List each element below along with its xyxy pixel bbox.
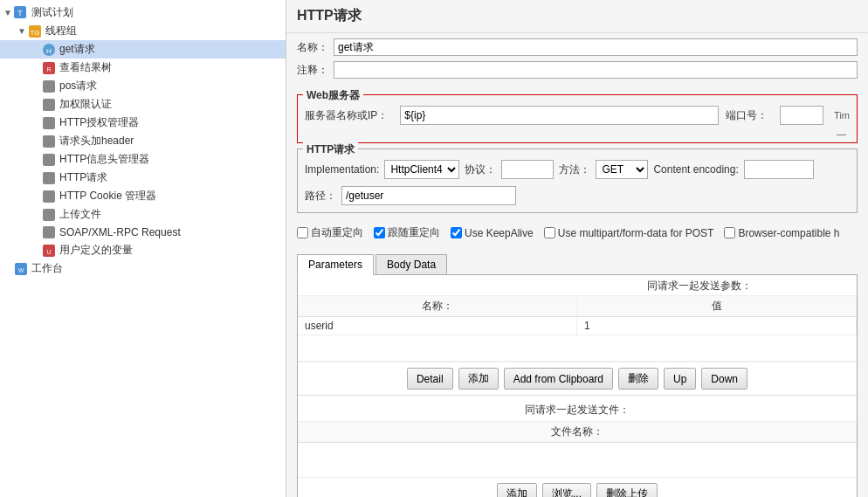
path-label: 路径： <box>305 189 336 204</box>
add-button[interactable]: 添加 <box>458 368 499 390</box>
generic-icon <box>42 135 56 148</box>
tree-item-get-request[interactable]: Hget请求 <box>0 40 286 59</box>
method-label: 方法： <box>559 162 590 177</box>
tree-item-http-info[interactable]: HTTP信息头管理器 <box>0 150 286 169</box>
generic-icon <box>42 208 56 222</box>
svg-text:W: W <box>18 267 24 273</box>
port-input[interactable] <box>780 106 823 125</box>
tree-item-label: 用户定义的变量 <box>59 243 133 258</box>
add-clipboard-button[interactable]: Add from Clipboard <box>504 368 613 390</box>
expand-arrow: ▼ <box>3 8 12 17</box>
up-button[interactable]: Up <box>664 368 696 390</box>
tab-parameters[interactable]: Parameters <box>297 254 374 275</box>
svg-text:U: U <box>46 249 51 255</box>
generic-icon <box>42 153 56 167</box>
files-add-button[interactable]: 添加 <box>497 483 537 497</box>
svg-text:T: T <box>17 9 23 17</box>
tree-item-label: SOAP/XML-RPC Request <box>59 226 181 238</box>
keepalive-checkbox[interactable]: Use KeepAlive <box>451 227 534 239</box>
tree-item-auth-manager[interactable]: 加权限认证 <box>0 95 286 114</box>
comment-input[interactable] <box>334 61 858 79</box>
generic-icon <box>42 225 56 239</box>
down-button[interactable]: Down <box>701 368 747 390</box>
tree-item-label: 测试计划 <box>31 5 73 20</box>
method-select[interactable]: GET POST PUT DELETE <box>596 160 648 179</box>
svg-rect-16 <box>43 226 55 238</box>
tree-item-label: HTTP请求 <box>59 170 107 185</box>
encoding-label: Content encoding: <box>653 163 738 176</box>
param-value-cell: 1 <box>577 317 857 335</box>
protocol-label: 协议： <box>465 162 496 177</box>
svg-rect-12 <box>43 154 55 166</box>
path-input[interactable] <box>341 186 516 205</box>
follow-redirect-checkbox[interactable]: 跟随重定向 <box>374 225 440 240</box>
tree-item-http-auth[interactable]: HTTP授权管理器 <box>0 114 286 132</box>
generic-icon <box>42 116 56 130</box>
tree-item-pos-request[interactable]: pos请求 <box>0 77 286 95</box>
files-empty-row <box>298 443 857 478</box>
results-icon: R <box>42 61 56 75</box>
dash-line: — <box>305 128 850 139</box>
col-name-header: 名称： <box>298 296 578 316</box>
tree-item-cookie-mgr[interactable]: HTTP Cookie 管理器 <box>0 187 286 205</box>
right-panel: HTTP请求 名称： 注释： Web服务器 服务器名称或IP： 端口号： Tim <box>286 0 868 497</box>
detail-button[interactable]: Detail <box>407 368 453 390</box>
files-col-name: 文件名称： <box>298 422 857 442</box>
http-request-legend: HTTP请求 <box>303 142 358 157</box>
auto-redirect-checkbox[interactable]: 自动重定向 <box>297 225 363 240</box>
tab-body-data[interactable]: Body Data <box>375 254 447 274</box>
browser-compat-checkbox[interactable]: Browser-compatible h <box>724 227 839 239</box>
name-input[interactable] <box>334 38 858 56</box>
generic-icon <box>42 171 56 185</box>
delete-button[interactable]: 删除 <box>618 368 658 390</box>
col-value-header: 值 <box>578 296 858 316</box>
generic-icon <box>42 98 56 112</box>
tree-item-test-plan[interactable]: ▼T测试计划 <box>0 3 286 22</box>
tree-item-workbench[interactable]: W工作台 <box>0 259 286 278</box>
svg-rect-15 <box>43 209 55 221</box>
table-row: userid1 <box>298 317 857 335</box>
svg-rect-10 <box>43 117 55 129</box>
files-delete-button[interactable]: 删除上传 <box>596 483 658 497</box>
files-browse-button[interactable]: 浏览... <box>542 483 591 497</box>
workbench-icon: W <box>14 262 28 276</box>
tree-item-label: 查看结果树 <box>59 60 112 75</box>
tree-item-results-tree[interactable]: R查看结果树 <box>0 59 286 77</box>
tree-item-label: HTTP Cookie 管理器 <box>59 189 156 204</box>
tree-item-user-vars[interactable]: U用户定义的变量 <box>0 241 286 259</box>
tree-panel: ▼T测试计划▼TG线程组Hget请求R查看结果树pos请求加权限认证HTTP授权… <box>0 0 286 497</box>
expand-arrow: ▼ <box>17 26 26 36</box>
name-label: 名称： <box>297 40 328 55</box>
svg-text:R: R <box>46 66 51 72</box>
encoding-input[interactable] <box>744 160 814 179</box>
web-server-legend: Web服务器 <box>303 88 363 103</box>
tree-item-http-req[interactable]: HTTP请求 <box>0 169 286 187</box>
tabs-header: Parameters Body Data <box>297 254 858 275</box>
generic-icon <box>42 79 56 93</box>
svg-rect-14 <box>43 190 55 203</box>
tabs-container: Parameters Body Data 同请求一起发送参数： 名称： 值 us… <box>297 254 858 497</box>
plan-icon: T <box>14 6 28 20</box>
files-buttons: 添加 浏览... 删除上传 <box>298 478 857 497</box>
tree-item-label: pos请求 <box>59 79 97 93</box>
multipart-checkbox[interactable]: Use multipart/form-data for POST <box>544 227 714 239</box>
port-label: 端口号： <box>726 108 768 123</box>
params-col-headers: 名称： 值 <box>298 296 857 317</box>
impl-select[interactable]: HttpClient4 Java <box>384 160 459 179</box>
tree-item-req-header[interactable]: 请求头加header <box>0 132 286 150</box>
http-request-section: HTTP请求 Implementation: HttpClient4 Java … <box>297 148 858 213</box>
empty-row-1 <box>298 335 857 362</box>
tree-item-label: 线程组 <box>45 24 77 38</box>
tree-item-upload-file[interactable]: 上传文件 <box>0 205 286 224</box>
checkbox-row: 自动重定向 跟随重定向 Use KeepAlive Use multipart/… <box>297 222 858 244</box>
tree-item-label: 请求头加header <box>59 134 134 148</box>
top-right-tim: Tim <box>834 110 850 121</box>
tree-item-soap-rpc[interactable]: SOAP/XML-RPC Request <box>0 224 286 241</box>
protocol-input[interactable] <box>501 160 554 179</box>
generic-icon <box>42 190 56 204</box>
tree-item-thread-group[interactable]: ▼TG线程组 <box>0 22 286 40</box>
server-input[interactable] <box>400 106 719 125</box>
svg-text:TG: TG <box>30 29 39 37</box>
panel-title: HTTP请求 <box>286 0 868 33</box>
server-label: 服务器名称或IP： <box>305 108 388 123</box>
